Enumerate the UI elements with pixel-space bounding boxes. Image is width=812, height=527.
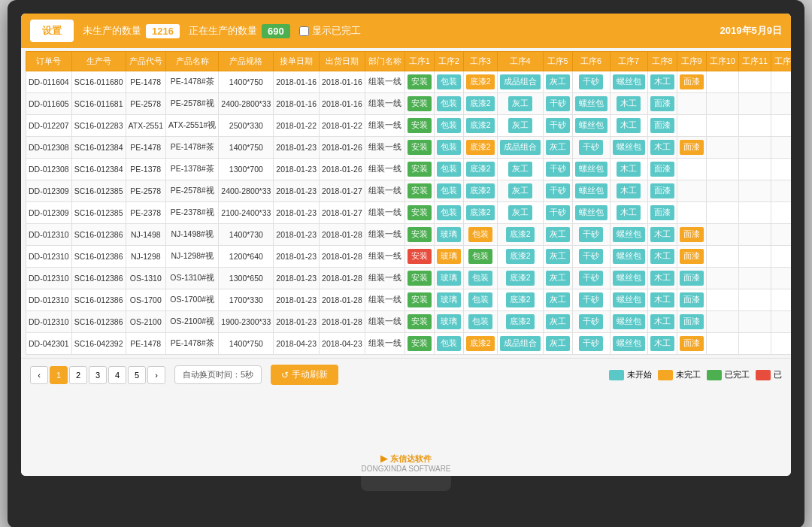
process-cell: 安装: [404, 93, 434, 115]
inproduction-value: 690: [262, 24, 290, 38]
page-4-button[interactable]: 4: [108, 366, 126, 384]
process-cell: [771, 115, 791, 137]
brand-sub: DONGXINDA SOFTWARE: [361, 465, 450, 473]
table-cell: 2018-01-27: [320, 202, 365, 224]
table-cell: 2018-04-23: [274, 333, 320, 355]
table-cell: 1400*750: [219, 71, 274, 93]
page-3-button[interactable]: 3: [89, 366, 107, 384]
process-badge: 干砂: [546, 183, 570, 198]
process-cell: 玻璃: [434, 289, 463, 311]
process-badge: 面漆: [650, 183, 674, 198]
unproduced-stat: 未生产的数量 1216: [83, 24, 180, 38]
process-badge: 木工: [617, 183, 641, 198]
table-cell: PE-2578: [126, 180, 166, 202]
refresh-button[interactable]: ↺ 手动刷新: [271, 365, 338, 385]
process-cell: 面漆: [677, 311, 706, 333]
process-badge: 底漆2: [466, 205, 495, 220]
process-cell: 灰工: [497, 180, 543, 202]
process-badge: 干砂: [546, 96, 570, 111]
page-2-button[interactable]: 2: [69, 366, 87, 384]
page-5-button[interactable]: 5: [128, 366, 146, 384]
table-cell: NJ-1498: [126, 224, 166, 246]
col-header: 工序8: [647, 52, 677, 71]
table-cell: 1200*640: [219, 246, 274, 268]
process-cell: [771, 180, 791, 202]
process-cell: 底漆2: [497, 246, 543, 268]
process-cell: 底漆2: [463, 71, 497, 93]
process-cell: [677, 115, 706, 137]
col-header: 产品名称: [166, 52, 219, 71]
table-cell: DD-012207: [26, 115, 72, 137]
process-badge: 螺丝包: [613, 227, 645, 242]
table-cell: 2018-01-16: [320, 71, 365, 93]
next-page-button[interactable]: ›: [147, 366, 165, 384]
table-cell: SC16-012385: [71, 202, 126, 224]
table-row: DD-012308SC16-012384PE-1478PE-1478#茶1400…: [26, 137, 792, 159]
process-badge: 灰工: [546, 292, 570, 307]
col-header: 生产号: [71, 52, 126, 71]
process-badge: 灰工: [546, 249, 570, 264]
process-badge: 安装: [408, 227, 432, 242]
process-badge: 木工: [650, 336, 674, 351]
process-badge: 包装: [437, 162, 461, 177]
table-row: DD-012309SC16-012385PE-2578PE-2578#视2400…: [26, 180, 792, 202]
process-cell: [706, 137, 738, 159]
process-cell: 干砂: [543, 93, 572, 115]
process-cell: 底漆2: [497, 311, 543, 333]
settings-button[interactable]: 设置: [30, 20, 74, 42]
process-badge: 干砂: [579, 314, 603, 329]
process-cell: 包装: [434, 159, 463, 180]
process-badge: 安装: [408, 74, 432, 89]
process-cell: 包装: [463, 224, 497, 246]
process-badge: 面漆: [650, 162, 674, 177]
process-cell: 玻璃: [434, 268, 463, 289]
process-cell: 包装: [434, 333, 463, 355]
table-cell: 2018-04-23: [320, 333, 365, 355]
process-cell: 包装: [434, 202, 463, 224]
table-row: DD-011605SC16-011681PE-2578PE-2578#视2400…: [26, 93, 792, 115]
table-cell: SC16-012386: [71, 311, 126, 333]
process-badge: 安装: [408, 249, 432, 264]
show-done-toggle[interactable]: 显示已完工: [299, 24, 361, 38]
process-badge: 干砂: [546, 118, 570, 133]
process-cell: 干砂: [572, 333, 610, 355]
table-cell: SC16-012384: [71, 137, 126, 159]
process-badge: 螺丝包: [613, 314, 645, 329]
process-badge: 安装: [408, 96, 432, 111]
process-badge: 灰工: [546, 336, 570, 351]
process-badge: 螺丝包: [613, 292, 645, 307]
process-cell: 干砂: [572, 224, 610, 246]
process-cell: 底漆2: [463, 93, 497, 115]
process-cell: 螺丝包: [572, 159, 610, 180]
process-badge: 木工: [617, 205, 641, 220]
page-1-button[interactable]: 1: [50, 366, 68, 384]
header-bar: 设置 未生产的数量 1216 正在生产的数量 690 显示已完工 2019年5月…: [21, 14, 791, 48]
process-badge: 玻璃: [437, 249, 461, 264]
process-badge: 包装: [437, 74, 461, 89]
process-cell: 玻璃: [434, 311, 463, 333]
table-cell: NJ-1298#视: [166, 246, 219, 268]
legend-incomplete: 未完工: [658, 369, 701, 380]
process-cell: [738, 115, 771, 137]
col-header: 工序9: [677, 52, 706, 71]
process-cell: [738, 180, 771, 202]
process-badge: 面漆: [650, 96, 674, 111]
process-badge: 面漆: [680, 140, 704, 155]
legend: 未开始 未完工 已完工 已: [609, 369, 782, 380]
show-done-checkbox[interactable]: [299, 26, 309, 36]
process-cell: [771, 159, 791, 180]
prev-page-button[interactable]: ‹: [30, 366, 48, 384]
process-cell: 木工: [610, 159, 647, 180]
process-cell: [738, 137, 771, 159]
table-cell: OS-1310: [126, 268, 166, 289]
process-badge: 包装: [437, 205, 461, 220]
process-badge: 底漆2: [466, 140, 495, 155]
process-cell: [706, 246, 738, 268]
process-cell: 灰工: [543, 246, 572, 268]
process-cell: 螺丝包: [610, 137, 647, 159]
process-cell: 面漆: [677, 268, 706, 289]
table-cell: SC16-012386: [71, 246, 126, 268]
process-cell: 灰工: [543, 311, 572, 333]
process-badge: 安装: [408, 205, 432, 220]
table-cell: SC16-012386: [71, 224, 126, 246]
